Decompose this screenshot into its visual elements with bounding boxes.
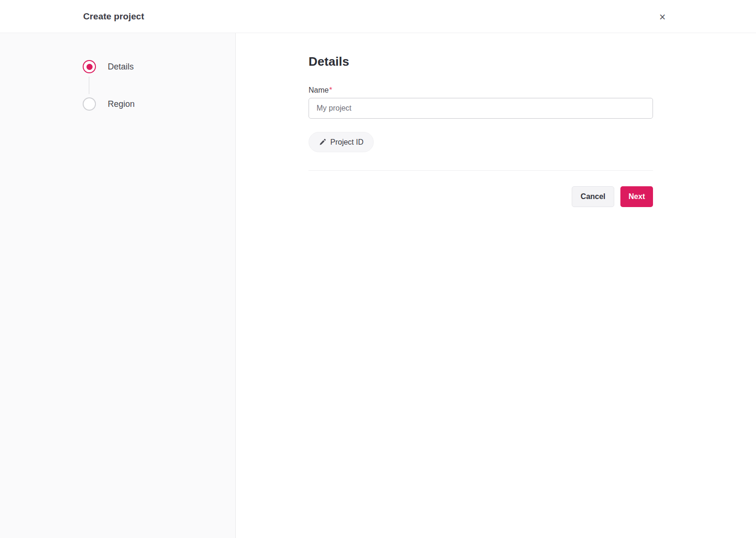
pencil-icon xyxy=(319,139,326,146)
footer-divider xyxy=(309,170,653,171)
section-heading: Details xyxy=(309,54,349,69)
page-title: Create project xyxy=(83,0,144,33)
required-asterisk: * xyxy=(329,86,332,94)
project-id-button[interactable]: Project ID xyxy=(309,132,374,152)
close-icon[interactable]: × xyxy=(654,9,671,26)
step-radio-details[interactable] xyxy=(83,60,96,73)
name-field-label: Name* xyxy=(309,86,332,95)
step-connector-line xyxy=(89,77,89,94)
active-step-dot xyxy=(86,64,93,70)
main-panel: Details Name* Project ID Cancel Next xyxy=(236,33,756,538)
next-button[interactable]: Next xyxy=(620,186,653,207)
step-radio-region[interactable] xyxy=(83,97,96,111)
step-label-region[interactable]: Region xyxy=(108,97,135,111)
modal-header: Create project × xyxy=(0,0,756,33)
stepper-sidebar: Details Region xyxy=(0,33,236,538)
project-id-button-label: Project ID xyxy=(330,138,363,147)
cancel-button[interactable]: Cancel xyxy=(572,186,614,207)
footer-actions: Cancel Next xyxy=(309,186,653,207)
project-name-input[interactable] xyxy=(309,98,653,119)
step-label-details[interactable]: Details xyxy=(108,60,134,73)
